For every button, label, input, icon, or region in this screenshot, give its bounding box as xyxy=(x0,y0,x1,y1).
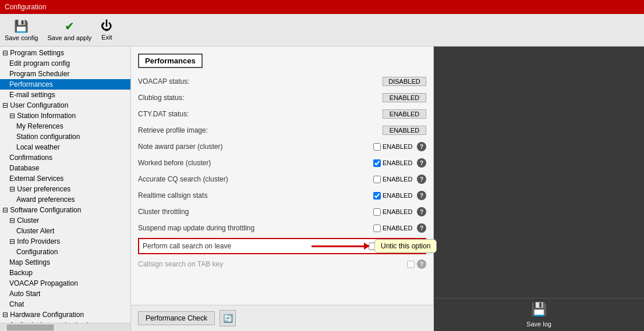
setting-row-voacap-status: VOACAP status:DISABLED xyxy=(138,75,426,88)
sidebar-bottom-scrollbar[interactable] xyxy=(0,323,130,331)
help-icon-accurate-cq-search[interactable]: ? xyxy=(417,175,426,184)
performance-check-button[interactable]: Performance Check xyxy=(138,311,215,325)
save-log-label: Save log xyxy=(526,321,551,328)
sidebar-item-award-preferences[interactable]: Award preferences xyxy=(0,194,130,205)
status-button-clublog-status[interactable]: ENABLED xyxy=(383,93,426,102)
sidebar-item-external-services[interactable]: External Services xyxy=(0,173,130,184)
preview-panel: Untic this option 💾 Save log xyxy=(434,47,644,331)
setting-row-worked-before: Worked before (cluster)ENABLED? xyxy=(138,156,426,169)
help-icon-note-award-parser[interactable]: ? xyxy=(417,142,426,151)
settings-panel-wrapper: Performances VOACAP status:DISABLEDClubl… xyxy=(131,47,434,331)
checkbox-callsign-search-tab[interactable] xyxy=(407,261,415,268)
setting-label-accurate-cq-search: Accurate CQ search (cluster) xyxy=(138,175,373,183)
sidebar-item-database[interactable]: Database xyxy=(0,163,130,173)
sidebar-item-auto-start[interactable]: Auto Start xyxy=(0,289,130,299)
help-icon-suspend-map-update[interactable]: ? xyxy=(417,223,426,233)
enabled-label-cluster-throttling: ENABLED xyxy=(383,208,415,215)
setting-row-note-award-parser: Note award parser (cluster)ENABLED? xyxy=(138,140,426,153)
sidebar-item-backup[interactable]: Backup xyxy=(0,268,130,278)
sidebar-item-station-information[interactable]: ⊟ Station Information xyxy=(0,111,130,121)
status-button-cty-dat-status[interactable]: ENABLED xyxy=(383,109,426,119)
save-apply-label: Save and apply xyxy=(47,34,91,41)
setting-row-cty-dat-status: CTY.DAT status:ENABLED xyxy=(138,108,426,120)
sidebar-item-map-settings[interactable]: Map Settings xyxy=(0,257,130,268)
preview-dark-area: Untic this option xyxy=(434,47,644,298)
save-apply-icon: ✔ xyxy=(65,19,75,33)
enabled-label-worked-before: ENABLED xyxy=(383,159,415,166)
setting-row-suspend-map-update: Suspend map update during throttlingENAB… xyxy=(138,222,426,234)
sidebar-item-my-references[interactable]: My References xyxy=(0,121,130,131)
sidebar-item-local-weather[interactable]: Local weather xyxy=(0,142,130,152)
setting-row-retrieve-profile-image: Retrieve profile image:ENABLED xyxy=(138,124,426,137)
refresh-button[interactable]: 🔄 xyxy=(220,310,236,326)
red-arrow-line xyxy=(312,245,364,247)
help-icon-worked-before[interactable]: ? xyxy=(417,158,426,168)
setting-row-clublog-status: Clublog status:ENABLED xyxy=(138,91,426,104)
checkbox-suspend-map-update[interactable] xyxy=(373,225,381,232)
setting-label-voacap-status: VOACAP status: xyxy=(138,77,383,86)
setting-label-cty-dat-status: CTY.DAT status: xyxy=(138,110,383,118)
setting-row-callsign-search-tab: Callsign search on TAB key? xyxy=(138,258,426,271)
save-apply-button[interactable]: ✔ Save and apply xyxy=(47,19,91,41)
setting-label-suspend-map-update: Suspend map update during throttling xyxy=(138,224,373,232)
sidebar: ⊟ Program SettingsEdit program configPro… xyxy=(0,47,131,331)
sidebar-scroll: ⊟ Program SettingsEdit program configPro… xyxy=(0,47,130,323)
save-config-button[interactable]: 💾 Save config xyxy=(5,19,38,41)
help-icon-callsign-search-tab[interactable]: ? xyxy=(417,259,426,269)
sidebar-item-audio-devices[interactable]: Audio devices and voice keye xyxy=(0,320,130,323)
setting-label-worked-before: Worked before (cluster) xyxy=(138,159,373,167)
toolbar: 💾 Save config ✔ Save and apply ⏻ Exit xyxy=(0,14,644,47)
setting-row-cluster-throttling: Cluster throttlingENABLED? xyxy=(138,205,426,218)
exit-button[interactable]: ⏻ Exit xyxy=(101,19,112,41)
sidebar-inner: ⊟ Program SettingsEdit program configPro… xyxy=(0,47,130,323)
annotation-text: Untic this option xyxy=(374,239,437,253)
arrow-container xyxy=(312,243,370,250)
sidebar-item-cluster[interactable]: ⊟ Cluster xyxy=(0,215,130,226)
enabled-label-suspend-map-update: ENABLED xyxy=(383,225,415,232)
title-bar: Configuration xyxy=(0,0,644,14)
refresh-icon: 🔄 xyxy=(223,314,233,323)
setting-label-cluster-throttling: Cluster throttling xyxy=(138,208,373,216)
status-button-retrieve-profile-image[interactable]: ENABLED xyxy=(383,126,426,135)
sidebar-item-confirmations[interactable]: Confirmations xyxy=(0,152,130,163)
sidebar-item-program-settings[interactable]: ⊟ Program Settings xyxy=(0,48,130,58)
sidebar-item-user-configuration[interactable]: ⊟ User Configuration xyxy=(0,100,130,111)
help-icon-cluster-throttling[interactable]: ? xyxy=(417,207,426,216)
save-log-icon: 💾 xyxy=(531,302,547,317)
sidebar-item-hardware-configuration[interactable]: ⊟ Hardware Configuration xyxy=(0,309,130,320)
sidebar-item-e-mail-settings[interactable]: E-mail settings xyxy=(0,90,130,100)
bottom-bar: Performance Check 🔄 xyxy=(131,305,434,331)
setting-row-realtime-callsign-stats: Realtime callsign statsENABLED? xyxy=(138,189,426,202)
help-icon-realtime-callsign-stats[interactable]: ? xyxy=(417,191,426,200)
checkbox-cluster-throttling[interactable] xyxy=(373,208,381,216)
title-bar-text: Configuration xyxy=(5,3,46,11)
save-config-label: Save config xyxy=(5,34,38,41)
sidebar-item-station-configuration[interactable]: Station configuration xyxy=(0,131,130,142)
sidebar-item-info-providers[interactable]: ⊟ Info Providers xyxy=(0,236,130,247)
setting-label-retrieve-profile-image: Retrieve profile image: xyxy=(138,126,383,134)
settings-panel: Performances VOACAP status:DISABLEDClubl… xyxy=(131,47,434,331)
exit-icon: ⏻ xyxy=(101,19,112,33)
checkbox-worked-before[interactable] xyxy=(373,159,381,167)
checkbox-note-award-parser[interactable] xyxy=(373,143,381,151)
preview-bottom: 💾 Save log xyxy=(434,298,644,331)
sidebar-item-software-configuration[interactable]: ⊟ Software Configuration xyxy=(0,205,130,215)
setting-label-callsign-search-tab: Callsign search on TAB key xyxy=(138,260,407,268)
enabled-label-realtime-callsign-stats: ENABLED xyxy=(383,192,415,199)
sidebar-item-program-scheduler[interactable]: Program Scheduler xyxy=(0,69,130,79)
enabled-label-note-award-parser: ENABLED xyxy=(383,143,415,150)
sidebar-item-cluster-alert[interactable]: Cluster Alert xyxy=(0,226,130,236)
sidebar-item-user-preferences[interactable]: ⊟ User preferences xyxy=(0,184,130,194)
sidebar-h-scroll-thumb[interactable] xyxy=(7,325,54,330)
sidebar-item-performances[interactable]: Performances xyxy=(0,79,130,90)
annotation-container: Untic this option xyxy=(312,239,437,253)
sidebar-item-configuration[interactable]: Configuration xyxy=(0,247,130,257)
sidebar-item-voacap-propagation[interactable]: VOACAP Propagation xyxy=(0,278,130,289)
sidebar-item-edit-program-config[interactable]: Edit program config xyxy=(0,58,130,69)
setting-label-note-award-parser: Note award parser (cluster) xyxy=(138,143,373,151)
checkbox-realtime-callsign-stats[interactable] xyxy=(373,192,381,200)
checkbox-accurate-cq-search[interactable] xyxy=(373,176,381,183)
panel-title: Performances xyxy=(138,54,203,68)
status-button-voacap-status[interactable]: DISABLED xyxy=(383,77,426,86)
sidebar-item-chat[interactable]: Chat xyxy=(0,299,130,309)
